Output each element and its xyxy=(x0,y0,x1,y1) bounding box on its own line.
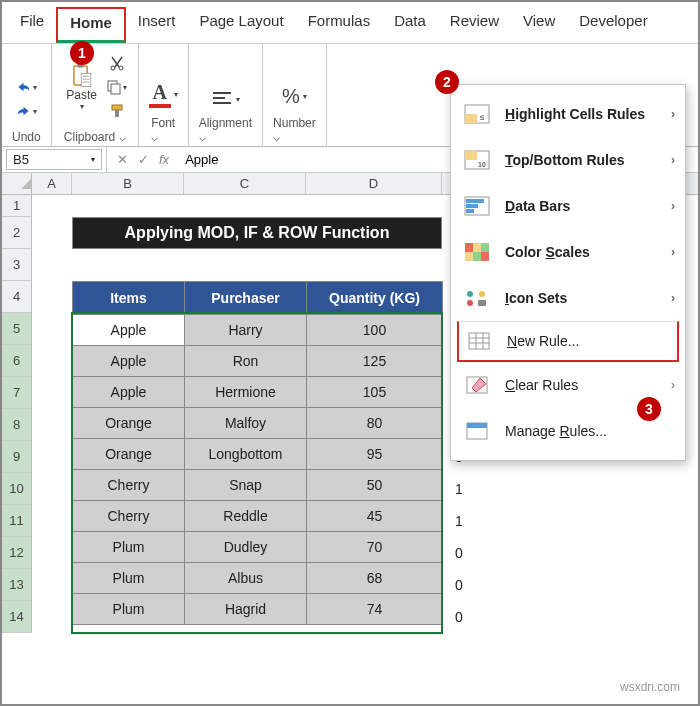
tab-review[interactable]: Review xyxy=(438,7,511,43)
cell-quantity[interactable]: 125 xyxy=(307,346,443,377)
cell-items[interactable]: Cherry xyxy=(73,470,185,501)
menu-new-rule[interactable]: New Rule... xyxy=(457,321,679,362)
cell-purchaser[interactable]: Malfoy xyxy=(185,408,307,439)
tab-insert[interactable]: Insert xyxy=(126,7,188,43)
cell-purchaser[interactable]: Ron xyxy=(185,346,307,377)
accept-formula-icon[interactable]: ✓ xyxy=(138,152,149,167)
row-header[interactable]: 4 xyxy=(2,281,31,313)
table-row[interactable]: PlumAlbus68 xyxy=(73,563,443,594)
font-dropdown-icon[interactable]: ▾ xyxy=(174,90,178,99)
table-row[interactable]: OrangeLongbottom95 xyxy=(73,439,443,470)
undo-icon[interactable]: ▾ xyxy=(15,76,37,98)
cell-items[interactable]: Orange xyxy=(73,439,185,470)
column-header-d[interactable]: D xyxy=(306,173,442,194)
table-row[interactable]: AppleRon125 xyxy=(73,346,443,377)
cell-purchaser[interactable]: Longbottom xyxy=(185,439,307,470)
header-purchaser[interactable]: Purchaser xyxy=(185,282,307,315)
cell-quantity[interactable]: 50 xyxy=(307,470,443,501)
cell-purchaser[interactable]: Harry xyxy=(185,315,307,346)
cell-items[interactable]: Apple xyxy=(73,346,185,377)
cell-purchaser[interactable]: Dudley xyxy=(185,532,307,563)
tab-data[interactable]: Data xyxy=(382,7,438,43)
cell-items[interactable]: Orange xyxy=(73,408,185,439)
table-row[interactable]: CherrySnap50 xyxy=(73,470,443,501)
cell-items[interactable]: Apple xyxy=(73,377,185,408)
table-row[interactable]: PlumHagrid74 xyxy=(73,594,443,625)
number-percent-icon[interactable]: % xyxy=(282,85,300,108)
row-header[interactable]: 12 xyxy=(2,537,31,569)
tab-home[interactable]: Home xyxy=(56,7,126,43)
cell-quantity[interactable]: 95 xyxy=(307,439,443,470)
row-header[interactable]: 13 xyxy=(2,569,31,601)
table-row[interactable]: AppleHermione105 xyxy=(73,377,443,408)
column-header-b[interactable]: B xyxy=(72,173,184,194)
fx-icon[interactable]: fx xyxy=(159,152,169,167)
tab-view[interactable]: View xyxy=(511,7,567,43)
row-header[interactable]: 9 xyxy=(2,441,31,473)
alignment-icon[interactable] xyxy=(211,90,233,108)
row-header[interactable]: 7 xyxy=(2,377,31,409)
cell-quantity[interactable]: 70 xyxy=(307,532,443,563)
tab-page-layout[interactable]: Page Layout xyxy=(187,7,295,43)
row-header[interactable]: 10 xyxy=(2,473,31,505)
cancel-formula-icon[interactable]: ✕ xyxy=(117,152,128,167)
cell-quantity[interactable]: 80 xyxy=(307,408,443,439)
menu-icon-sets[interactable]: Icon Sets › xyxy=(451,275,685,321)
format-painter-icon[interactable] xyxy=(106,100,128,122)
cell-extra[interactable]: 0 xyxy=(444,537,474,569)
font-letter-icon[interactable]: A xyxy=(152,81,166,104)
menu-data-bars[interactable]: Data Bars › xyxy=(451,183,685,229)
select-all-corner[interactable] xyxy=(2,173,32,194)
menu-top-bottom-rules[interactable]: 10 Top/Bottom Rules › xyxy=(451,137,685,183)
highlight-cells-icon: ≤ xyxy=(463,103,491,125)
copy-icon[interactable]: ▾ xyxy=(106,76,128,98)
table-row[interactable]: OrangeMalfoy80 xyxy=(73,408,443,439)
cell-purchaser[interactable]: Hermione xyxy=(185,377,307,408)
column-header-a[interactable]: A xyxy=(32,173,72,194)
tab-developer[interactable]: Developer xyxy=(567,7,659,43)
row-header[interactable]: 11 xyxy=(2,505,31,537)
column-header-c[interactable]: C xyxy=(184,173,306,194)
tab-file[interactable]: File xyxy=(8,7,56,43)
table-row[interactable]: CherryReddle45 xyxy=(73,501,443,532)
cell-items[interactable]: Plum xyxy=(73,563,185,594)
name-box[interactable]: B5 ▾ xyxy=(6,149,102,170)
menu-color-scales[interactable]: Color Scales › xyxy=(451,229,685,275)
paste-button[interactable]: Paste ▾ xyxy=(62,63,102,111)
row-header[interactable]: 3 xyxy=(2,249,31,281)
cell-purchaser[interactable]: Albus xyxy=(185,563,307,594)
header-items[interactable]: Items xyxy=(73,282,185,315)
row-header[interactable]: 6 xyxy=(2,345,31,377)
cell-extra[interactable]: 0 xyxy=(444,601,474,633)
cell-items[interactable]: Plum xyxy=(73,532,185,563)
cell-purchaser[interactable]: Reddle xyxy=(185,501,307,532)
cell-quantity[interactable]: 100 xyxy=(307,315,443,346)
callout-badge-3: 3 xyxy=(637,397,661,421)
data-table: Items Purchaser Quantity (KG) AppleHarry… xyxy=(72,281,443,625)
table-row[interactable]: PlumDudley70 xyxy=(73,532,443,563)
cell-items[interactable]: Plum xyxy=(73,594,185,625)
cut-icon[interactable] xyxy=(106,52,128,74)
cell-extra[interactable]: 1 xyxy=(444,505,474,537)
row-header[interactable]: 8 xyxy=(2,409,31,441)
cell-extra[interactable]: 0 xyxy=(444,569,474,601)
icon-sets-icon xyxy=(463,287,491,309)
cell-purchaser[interactable]: Hagrid xyxy=(185,594,307,625)
cell-purchaser[interactable]: Snap xyxy=(185,470,307,501)
header-quantity[interactable]: Quantity (KG) xyxy=(307,282,443,315)
cell-quantity[interactable]: 105 xyxy=(307,377,443,408)
menu-highlight-cells-rules[interactable]: ≤ Highlight Cells Rules › xyxy=(451,91,685,137)
cell-quantity[interactable]: 45 xyxy=(307,501,443,532)
row-header[interactable]: 5 xyxy=(2,313,31,345)
cell-items[interactable]: Apple xyxy=(73,315,185,346)
row-header[interactable]: 2 xyxy=(2,217,31,249)
table-row[interactable]: AppleHarry100 xyxy=(73,315,443,346)
cell-quantity[interactable]: 68 xyxy=(307,563,443,594)
cell-quantity[interactable]: 74 xyxy=(307,594,443,625)
cell-items[interactable]: Cherry xyxy=(73,501,185,532)
row-header[interactable]: 14 xyxy=(2,601,31,633)
cell-extra[interactable]: 1 xyxy=(444,473,474,505)
tab-formulas[interactable]: Formulas xyxy=(296,7,383,43)
redo-icon[interactable]: ▾ xyxy=(15,100,37,122)
row-header[interactable]: 1 xyxy=(2,195,31,217)
